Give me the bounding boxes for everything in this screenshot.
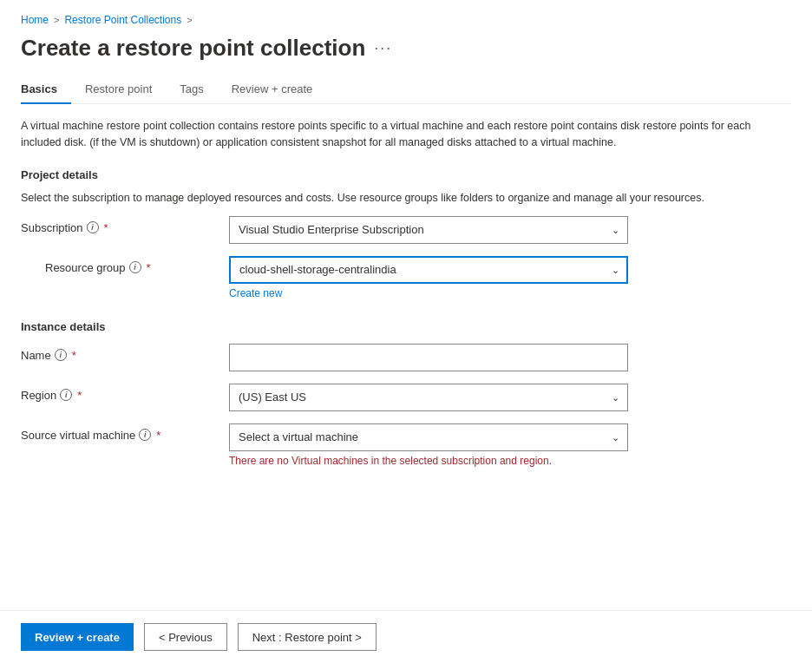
tab-bar: Basics Restore point Tags Review + creat… <box>21 75 791 104</box>
name-info-icon[interactable]: i <box>55 349 67 361</box>
breadcrumb-home[interactable]: Home <box>21 14 49 26</box>
subscription-label-col: Subscription i * <box>21 216 229 234</box>
region-label: Region <box>21 389 56 402</box>
next-button[interactable]: Next : Restore point > <box>238 623 377 651</box>
source-vm-select-wrapper: Select a virtual machine ⌄ <box>229 423 628 451</box>
project-details-heading: Project details <box>21 168 791 181</box>
source-vm-label-col: Source virtual machine i * <box>21 423 229 442</box>
page-title: Create a restore point collection <box>21 35 365 62</box>
resource-group-label: Resource group <box>45 261 126 274</box>
source-vm-error: There are no Virtual machines in the sel… <box>229 455 791 467</box>
name-control <box>229 344 791 371</box>
resource-group-required: * <box>147 261 151 274</box>
more-options-icon[interactable]: ··· <box>374 39 392 57</box>
name-label: Name <box>21 349 51 362</box>
previous-button[interactable]: < Previous <box>144 623 227 651</box>
region-control: (US) East US ⌄ <box>229 384 791 411</box>
subscription-select[interactable]: Visual Studio Enterprise Subscription <box>229 216 628 244</box>
source-vm-control: Select a virtual machine ⌄ There are no … <box>229 423 791 467</box>
resource-group-control: cloud-shell-storage-centralindia ⌄ Creat… <box>229 256 791 299</box>
name-required: * <box>72 349 76 362</box>
source-vm-select[interactable]: Select a virtual machine <box>229 423 628 451</box>
instance-details-section: Instance details Name i * Region i * <box>21 320 791 467</box>
project-details-description: Select the subscription to manage deploy… <box>21 192 791 204</box>
breadcrumb-collections[interactable]: Restore Point Collections <box>64 14 181 26</box>
create-new-link[interactable]: Create new <box>229 287 791 299</box>
tab-basics[interactable]: Basics <box>21 75 71 104</box>
source-vm-label: Source virtual machine <box>21 429 135 442</box>
subscription-row: Subscription i * Visual Studio Enterpris… <box>21 216 791 244</box>
region-info-icon[interactable]: i <box>60 389 72 401</box>
subscription-label: Subscription <box>21 221 83 234</box>
breadcrumb: Home > Restore Point Collections > <box>21 14 791 26</box>
subscription-required: * <box>104 221 108 234</box>
tab-restore-point[interactable]: Restore point <box>71 75 166 104</box>
resource-group-label-col: Resource group i * <box>21 256 229 274</box>
subscription-control: Visual Studio Enterprise Subscription ⌄ <box>229 216 791 244</box>
name-input[interactable] <box>229 344 628 371</box>
region-label-col: Region i * <box>21 384 229 402</box>
page-description: A virtual machine restore point collecti… <box>21 118 791 151</box>
region-select[interactable]: (US) East US <box>229 384 628 411</box>
resource-group-select[interactable]: cloud-shell-storage-centralindia <box>229 256 628 284</box>
name-label-col: Name i * <box>21 344 229 362</box>
region-row: Region i * (US) East US ⌄ <box>21 384 791 411</box>
source-vm-row: Source virtual machine i * Select a virt… <box>21 423 791 467</box>
tab-tags[interactable]: Tags <box>166 75 217 104</box>
tab-review-create[interactable]: Review + create <box>218 75 327 104</box>
name-row: Name i * <box>21 344 791 371</box>
source-vm-info-icon[interactable]: i <box>139 429 151 441</box>
review-create-button[interactable]: Review + create <box>21 623 134 651</box>
resource-group-info-icon[interactable]: i <box>129 261 141 273</box>
subscription-select-wrapper: Visual Studio Enterprise Subscription ⌄ <box>229 216 628 244</box>
region-select-wrapper: (US) East US ⌄ <box>229 384 628 411</box>
breadcrumb-separator-2: > <box>187 15 192 25</box>
project-details-section: Project details Select the subscription … <box>21 168 791 299</box>
region-required: * <box>77 389 82 402</box>
breadcrumb-separator-1: > <box>54 15 59 25</box>
resource-group-row: Resource group i * cloud-shell-storage-c… <box>21 256 791 299</box>
resource-group-select-wrapper: cloud-shell-storage-centralindia ⌄ <box>229 256 628 284</box>
footer: Review + create < Previous Next : Restor… <box>0 610 812 663</box>
subscription-info-icon[interactable]: i <box>87 221 99 233</box>
instance-details-heading: Instance details <box>21 320 791 333</box>
source-vm-required: * <box>156 429 160 442</box>
